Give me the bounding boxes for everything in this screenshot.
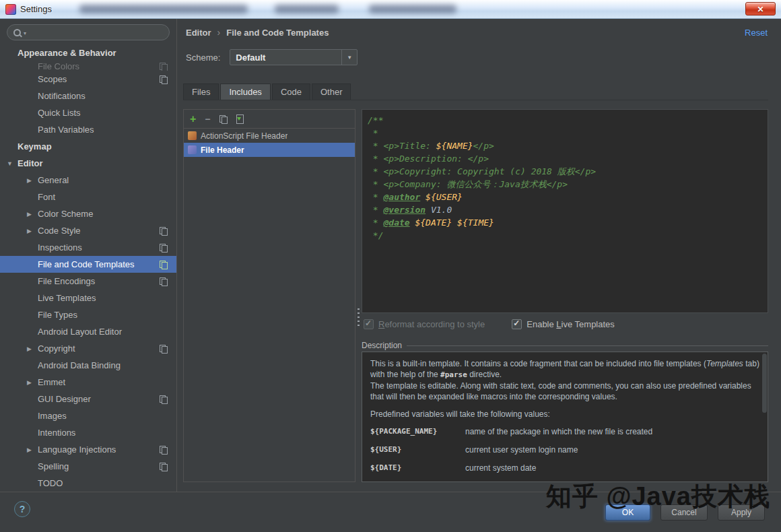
tree-item-label: Scopes	[38, 74, 67, 84]
code-line: * @version V1.0	[368, 203, 765, 216]
shared-indicator-icon	[160, 260, 168, 269]
tree-item-images[interactable]: Images	[0, 407, 176, 424]
cancel-button[interactable]: Cancel	[660, 504, 708, 521]
shared-indicator-icon	[160, 344, 168, 353]
tree-item-file-encodings[interactable]: File Encodings	[0, 273, 176, 290]
reformat-checkbox-label: Reformat according to style	[378, 319, 485, 329]
description-header: Description	[362, 341, 768, 350]
window-title: Settings	[20, 0, 52, 18]
mnemonic-letter: L	[556, 319, 561, 329]
expand-arrow-icon[interactable]: ▶	[27, 446, 38, 453]
breadcrumb-section[interactable]: Editor	[186, 28, 211, 38]
tree-item-file-colors[interactable]: File Colors	[0, 61, 176, 71]
tree-item-editor[interactable]: ▼Editor	[0, 155, 176, 172]
tree-item-intentions[interactable]: Intentions	[0, 424, 176, 441]
search-input[interactable]	[29, 27, 163, 38]
settings-sidebar: ▾ Appearance & BehaviorFile ColorsScopes…	[0, 19, 177, 492]
tree-item-label: Appearance & Behavior	[18, 48, 116, 58]
import-template-icon[interactable]	[236, 114, 244, 124]
tree-item-label: Images	[38, 411, 67, 421]
expand-arrow-icon[interactable]: ▶	[27, 345, 38, 352]
expand-arrow-icon[interactable]: ▶	[27, 177, 38, 184]
titlebar-glass-smudge	[79, 5, 248, 13]
tree-item-label: GUI Designer	[38, 394, 91, 404]
code-segment: V1.0	[426, 205, 452, 215]
tree-item-color-scheme[interactable]: ▶Color Scheme	[0, 205, 176, 222]
tree-item-gui-designer[interactable]: GUI Designer	[0, 391, 176, 407]
code-line: /**	[368, 114, 765, 127]
tree-item-code-style[interactable]: ▶Code Style	[0, 222, 176, 239]
template-item-actionscript-file-header[interactable]: ActionScript File Header	[184, 129, 355, 143]
code-line: * <p>Description: </p>	[368, 152, 765, 165]
tree-item-label: Spelling	[38, 461, 69, 471]
search-options-arrow-icon[interactable]: ▾	[24, 30, 26, 36]
tree-item-file-and-code-templates[interactable]: File and Code Templates	[0, 256, 176, 273]
copy-template-icon[interactable]	[219, 114, 228, 123]
tree-item-copyright[interactable]: ▶Copyright	[0, 340, 176, 357]
tree-item-notifications[interactable]: Notifications	[0, 88, 176, 104]
titlebar-glass-smudge	[275, 5, 339, 13]
code-segment: */	[368, 230, 383, 240]
tree-item-path-variables[interactable]: Path Variables	[0, 121, 176, 138]
scheme-dropdown-button[interactable]: ▼	[341, 50, 357, 65]
ok-button[interactable]: OK	[605, 504, 650, 521]
reformat-checkbox[interactable]: Reformat according to style	[364, 319, 485, 329]
scrollbar-thumb[interactable]	[762, 354, 767, 413]
template-item-file-header[interactable]: File Header	[184, 143, 355, 157]
expand-arrow-icon[interactable]: ▶	[27, 228, 38, 234]
tab-includes[interactable]: Includes	[220, 84, 270, 100]
tree-item-todo[interactable]: TODO	[0, 475, 176, 492]
tree-item-android-data-binding[interactable]: Android Data Binding	[0, 357, 176, 374]
tab-files[interactable]: Files	[183, 84, 219, 100]
code-line: * <p>Title: ${NAME}</p>	[368, 139, 765, 152]
expand-arrow-icon[interactable]: ▶	[27, 211, 38, 218]
tree-item-general[interactable]: ▶General	[0, 172, 176, 189]
remove-template-button[interactable]: −	[205, 114, 210, 124]
tab-other[interactable]: Other	[312, 84, 351, 100]
description-paragraph: The template is editable. Along with sta…	[370, 380, 759, 402]
tree-item-keymap[interactable]: Keymap	[0, 138, 176, 155]
tree-item-inspections[interactable]: Inspections	[0, 239, 176, 256]
help-button[interactable]: ?	[14, 501, 30, 517]
code-segment: @version	[383, 205, 426, 215]
collapse-arrow-icon[interactable]: ▼	[7, 160, 18, 167]
mnemonic-letter: R	[378, 319, 384, 329]
panel-splitter[interactable]	[355, 109, 362, 482]
code-segment	[452, 218, 457, 228]
footer-bar: ? OK Cancel Apply	[0, 492, 781, 532]
search-box[interactable]: ▾	[7, 24, 170, 40]
description-panel: This is a built-in template. It contains…	[362, 352, 768, 482]
shared-indicator-icon	[160, 445, 168, 454]
shared-indicator-icon	[160, 277, 168, 286]
scheme-select[interactable]: Default ▼	[230, 49, 358, 65]
variable-row: ${PACKAGE_NAME}name of the package in wh…	[370, 426, 759, 437]
tab-code[interactable]: Code	[272, 84, 310, 100]
variable-description: current user system login name	[465, 444, 578, 455]
code-segment: ${NAME}	[436, 141, 473, 151]
template-item-label: ActionScript File Header	[201, 131, 287, 141]
enable-live-templates-checkbox[interactable]: Enable Live Templates	[512, 319, 615, 329]
add-template-button[interactable]: +	[190, 114, 196, 125]
tree-item-android-layout-editor[interactable]: Android Layout Editor	[0, 323, 176, 340]
tree-item-spelling[interactable]: Spelling	[0, 458, 176, 475]
titlebar-glass-smudge	[369, 5, 456, 13]
reset-link[interactable]: Reset	[745, 28, 768, 38]
expand-arrow-icon[interactable]: ▶	[27, 379, 38, 386]
tree-item-file-types[interactable]: File Types	[0, 306, 176, 323]
apply-button[interactable]: Apply	[718, 504, 765, 521]
tree-item-font[interactable]: Font	[0, 189, 176, 205]
description-segment: This is a built-in template. It contains…	[370, 359, 706, 368]
tree-item-quick-lists[interactable]: Quick Lists	[0, 104, 176, 121]
templates-toolbar: + −	[184, 110, 355, 129]
tree-item-live-templates[interactable]: Live Templates	[0, 290, 176, 306]
variable-description: name of the package in which the new fil…	[465, 426, 652, 437]
close-button[interactable]: ✕	[745, 2, 776, 15]
breadcrumb: Editor › File and Code Templates Reset	[186, 27, 768, 38]
tree-item-appearance-behavior[interactable]: Appearance & Behavior	[0, 44, 176, 61]
code-segment: @date	[383, 218, 409, 228]
template-editor[interactable]: /** * * <p>Title: ${NAME}</p> * <p>Descr…	[362, 109, 768, 313]
tree-item-emmet[interactable]: ▶Emmet	[0, 374, 176, 391]
description-segment: #parse	[440, 370, 467, 379]
tree-item-language-injections[interactable]: ▶Language Injections	[0, 441, 176, 458]
tree-item-scopes[interactable]: Scopes	[0, 71, 176, 88]
